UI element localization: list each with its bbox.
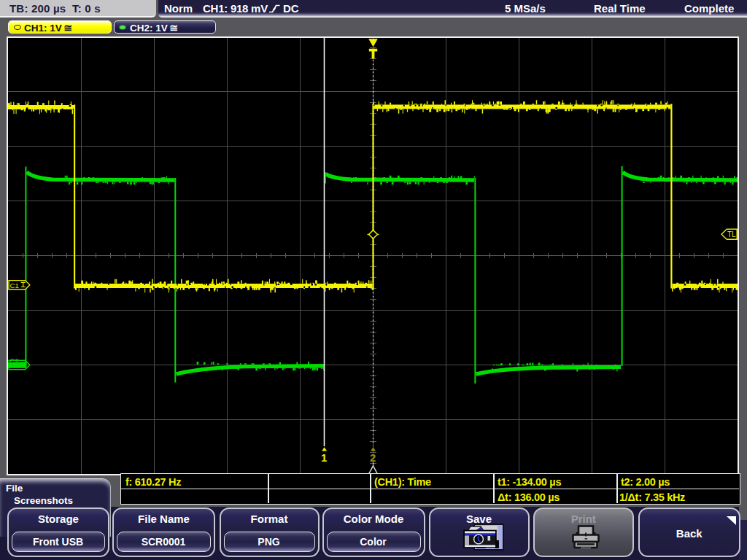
svg-text:2: 2 (370, 451, 376, 464)
svg-text:C1: C1 (10, 281, 19, 289)
svg-text:1: 1 (321, 451, 327, 464)
svg-text:TL: TL (727, 230, 736, 238)
